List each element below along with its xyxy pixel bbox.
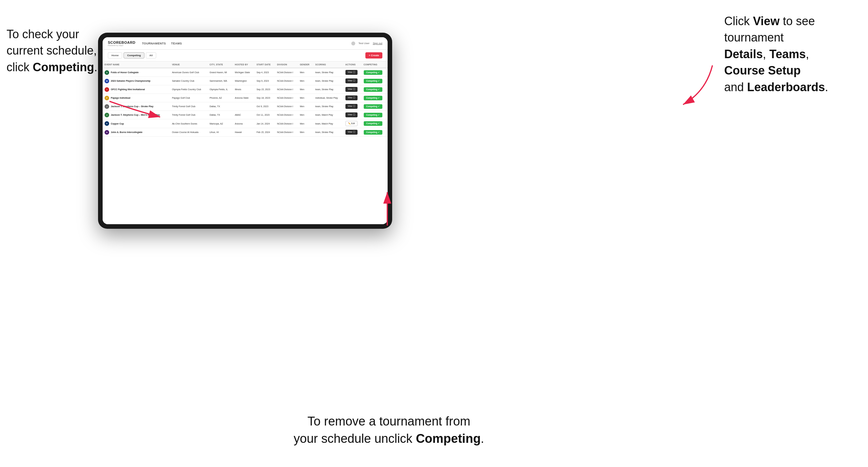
filter-tabs: Home Competing All [108, 52, 156, 59]
gender-cell: Men [298, 77, 313, 85]
view-button[interactable]: View ⓘ [345, 70, 358, 75]
start-cell: Sep 9, 2023 [255, 77, 275, 85]
table-container: EVENT NAME VENUE CITY, STATE HOSTED BY S… [103, 61, 388, 224]
table-row: J Jackson T. Stephens Cup – Stroke Play … [103, 102, 388, 111]
col-city: CITY, STATE [208, 61, 233, 68]
team-logo: I [104, 87, 109, 92]
event-name-cell: J Jackson T. Stephens Cup – Stroke Play [103, 102, 170, 111]
create-button[interactable]: + Create [365, 52, 382, 59]
nav-tournaments[interactable]: TOURNAMENTS [142, 40, 166, 46]
nav-right: Test User Sign out [351, 41, 382, 45]
gender-cell: Men [298, 85, 313, 94]
tab-competing[interactable]: Competing [124, 52, 145, 59]
col-venue: VENUE [170, 61, 208, 68]
view-button[interactable]: View ⓘ [345, 95, 358, 100]
competing-button[interactable]: Competing ✓ [364, 121, 383, 126]
table-row: S Folds of Honor Collegiate American Dun… [103, 68, 388, 77]
competing-button[interactable]: Competing ✓ [364, 79, 383, 83]
annotation-top-right: Click View to see tournament Details, Te… [724, 13, 862, 95]
hosted-cell: Hawaii [233, 128, 255, 136]
competing-button[interactable]: Competing ✓ [364, 96, 383, 100]
competing-button[interactable]: Competing ✓ [364, 70, 383, 75]
col-scoring: SCORING [313, 61, 343, 68]
edit-button[interactable]: ✏️ Edit [345, 121, 358, 126]
event-name-cell: J Jackson T. Stephens Cup – Men's Match … [103, 111, 170, 119]
sign-out-link[interactable]: Sign out [373, 42, 382, 45]
hosted-cell: Arizona [233, 119, 255, 128]
competing-cell: Competing ✓ [362, 111, 388, 119]
event-name: Folds of Honor Collegiate [111, 71, 138, 73]
gender-cell: Men [298, 111, 313, 119]
scoring-cell: team, Stroke Play [313, 128, 343, 136]
scoring-cell: team, Stroke Play [313, 85, 343, 94]
event-name-cell: P Papago Individual [103, 94, 170, 102]
venue-cell: Papago Golf Club [170, 94, 208, 102]
gender-cell: Men [298, 94, 313, 102]
actions-cell: View ⓘ [343, 111, 362, 119]
annotation-bottom: To remove a tournament from your schedul… [275, 413, 503, 447]
view-button[interactable]: View ⓘ [345, 104, 358, 109]
actions-cell: View ⓘ [343, 94, 362, 102]
start-cell: Oct 11, 2023 [255, 111, 275, 119]
competing-button[interactable]: Competing ✓ [364, 113, 383, 117]
scoring-cell: team, Stroke Play [313, 102, 343, 111]
tournaments-table: EVENT NAME VENUE CITY, STATE HOSTED BY S… [103, 61, 388, 136]
competing-cell: Competing ✓ [362, 102, 388, 111]
actions-cell: View ⓘ [343, 77, 362, 85]
brand-sub: Powered by clippi [108, 44, 135, 46]
division-cell: NCAA Division I [275, 102, 298, 111]
actions-cell: View ⓘ [343, 102, 362, 111]
venue-cell: Sahalee Country Club [170, 77, 208, 85]
col-start: START DATE [255, 61, 275, 68]
tab-all[interactable]: All [146, 52, 156, 59]
view-button[interactable]: View ⓘ [345, 130, 358, 135]
event-name-cell: W 2023 Sahalee Players Championship [103, 77, 170, 85]
nav-teams[interactable]: TEAMS [171, 40, 182, 46]
col-division: DIVISION [275, 61, 298, 68]
division-cell: NCAA Division I [275, 68, 298, 77]
event-name: Papago Individual [111, 97, 130, 99]
venue-cell: Olympia Fields Country Club [170, 85, 208, 94]
tab-home[interactable]: Home [108, 52, 122, 59]
user-name: Test User [359, 42, 370, 45]
brand: SCOREBOARD Powered by clippi [108, 40, 135, 46]
col-hosted: HOSTED BY [233, 61, 255, 68]
actions-cell: View ⓘ [343, 128, 362, 136]
col-gender: GENDER [298, 61, 313, 68]
competing-cell: Competing ✓ [362, 68, 388, 77]
competing-button[interactable]: Competing ✓ [364, 130, 383, 135]
venue-cell: Ak-Chin Southern Dunes [170, 119, 208, 128]
hosted-cell: Illinois [233, 85, 255, 94]
actions-cell: View ⓘ [343, 85, 362, 94]
team-logo: H [104, 130, 109, 135]
hosted-cell: Arizona State [233, 94, 255, 102]
start-cell: Sep 4, 2023 [255, 68, 275, 77]
start-cell: Oct 9, 2023 [255, 102, 275, 111]
competing-cell: Competing ✓ [362, 94, 388, 102]
view-button[interactable]: View ⓘ [345, 87, 358, 92]
venue-cell: Ocean Course At Hokuala [170, 128, 208, 136]
view-button[interactable]: View ⓘ [345, 79, 358, 83]
competing-button[interactable]: Competing ✓ [364, 87, 383, 92]
tablet-frame: SCOREBOARD Powered by clippi TOURNAMENTS… [98, 33, 392, 229]
brand-title: SCOREBOARD [108, 40, 135, 44]
hosted-cell: Washington [233, 77, 255, 85]
scoring-cell: team, Match Play [313, 111, 343, 119]
scoring-cell: team, Stroke Play [313, 77, 343, 85]
city-cell: Maricopa, AZ [208, 119, 233, 128]
city-cell: Phoenix, AZ [208, 94, 233, 102]
tablet-screen: SCOREBOARD Powered by clippi TOURNAMENTS… [103, 37, 388, 224]
competing-cell: Competing ✓ [362, 128, 388, 136]
annotation-top-left: To check your current schedule, click Co… [6, 26, 111, 75]
user-icon [351, 41, 355, 45]
event-name-cell: I OFCC Fighting Illini Invitational [103, 85, 170, 94]
start-cell: Sep 15, 2023 [255, 85, 275, 94]
view-button[interactable]: View ⓘ [345, 113, 358, 117]
venue-cell: American Dunes Golf Club [170, 68, 208, 77]
scoring-cell: individual, Stroke Play [313, 94, 343, 102]
gender-cell: Men [298, 102, 313, 111]
city-cell: Grand Haven, MI [208, 68, 233, 77]
nav-links: TOURNAMENTS TEAMS [142, 40, 351, 46]
division-cell: NCAA Division I [275, 119, 298, 128]
competing-button[interactable]: Competing ✓ [364, 104, 383, 109]
